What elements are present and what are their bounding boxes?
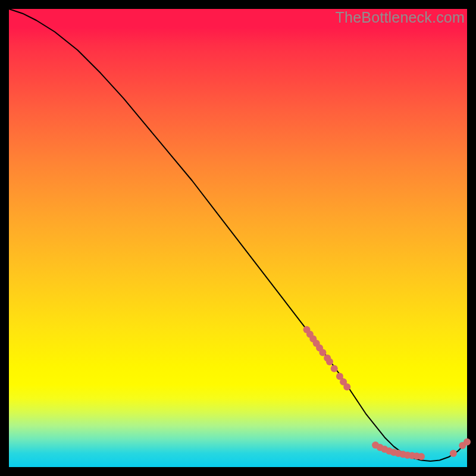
performance-curve <box>9 9 467 461</box>
bottleneck-chart: TheBottleneck.com <box>9 9 467 467</box>
dot-cluster-upper <box>326 358 333 365</box>
dot-cluster-upper <box>331 365 338 372</box>
dot-end <box>450 450 457 457</box>
dot-cluster-upper <box>319 349 326 356</box>
chart-overlay-svg <box>9 9 467 467</box>
dot-cluster-lower <box>418 453 425 460</box>
dot-end <box>464 439 471 446</box>
dot-cluster-upper <box>343 383 350 390</box>
